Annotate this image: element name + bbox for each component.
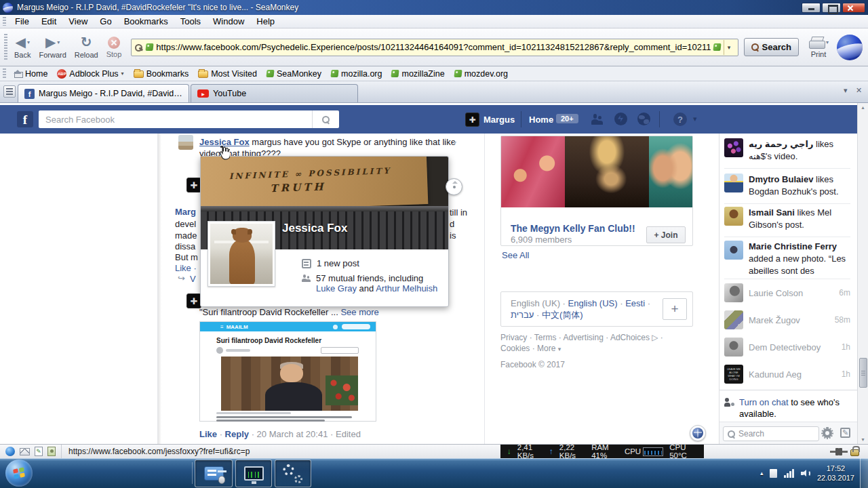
mutual-friend-link[interactable]: Arthur Melhuish <box>376 283 437 293</box>
scroll-up-arrow[interactable]: ▴ <box>858 104 868 110</box>
add-language-button[interactable]: + <box>663 298 687 320</box>
ticker-actor-name[interactable]: Ismail Sani <box>749 207 795 218</box>
join-group-button[interactable]: + Join <box>646 226 686 243</box>
like-link-fragment[interactable]: Like · <box>175 263 197 273</box>
forward-dropdown-icon[interactable]: ▾ <box>57 39 60 45</box>
chat-contact-row[interactable]: Marek Žugov 58m <box>724 310 850 329</box>
toolbar-grippy[interactable] <box>3 68 6 79</box>
globe-floating-button[interactable] <box>690 425 706 441</box>
search-button[interactable]: Search <box>744 38 799 56</box>
taskbar-settings[interactable] <box>275 460 311 487</box>
bookmark-most-visited[interactable]: Most Visited <box>193 68 262 79</box>
account-dropdown-icon[interactable]: ▾ <box>693 115 697 123</box>
facebook-logo[interactable]: f <box>17 111 33 127</box>
like-link[interactable]: Like <box>199 429 217 439</box>
view-replies-fragment[interactable]: V <box>190 274 196 284</box>
home-link[interactable]: Home <box>529 115 553 125</box>
minimize-button[interactable] <box>802 3 821 13</box>
print-dropdown-icon[interactable]: ▾ <box>826 39 829 45</box>
reload-button[interactable]: ↻ Reload <box>71 30 102 65</box>
reply-link[interactable]: Reply <box>225 429 249 439</box>
facebook-search-input[interactable] <box>39 115 312 125</box>
turn-on-chat-link[interactable]: Turn on chat <box>739 397 789 407</box>
see-more-link[interactable]: See more <box>340 307 378 317</box>
chat-contact-row[interactable]: LEAVE ME ALONE WHAT I'M DOING Kadunud Ae… <box>724 365 850 384</box>
chat-search-input[interactable] <box>738 429 814 439</box>
window-titlebar[interactable]: Margus Meigo - R.I.P David, #DavidRockef… <box>0 0 868 15</box>
tray-expand-icon[interactable]: ▴ <box>760 470 764 476</box>
profile-avatar[interactable]: ✚ <box>465 113 479 127</box>
group-photo[interactable] <box>649 136 692 207</box>
new-message-icon[interactable]: ✎ <box>840 428 850 438</box>
url-input[interactable] <box>156 42 710 52</box>
bookmark-bookmarks-folder[interactable]: Bookmarks <box>129 68 194 79</box>
footer-link-privacy[interactable]: Privacy <box>500 333 527 342</box>
menu-edit[interactable]: Edit <box>35 16 62 27</box>
footer-link-adchoices[interactable]: AdChoices <box>610 333 650 342</box>
language-option[interactable]: עברית <box>511 310 534 320</box>
taskbar-resource-monitor[interactable] <box>235 460 272 487</box>
seamonkey-throbber-logo[interactable] <box>837 35 863 60</box>
mutual-friend-link[interactable]: Luke Gray <box>316 283 357 293</box>
facebook-search-bar[interactable] <box>39 110 339 128</box>
network-icon[interactable] <box>784 469 794 478</box>
comment-options-chevron-icon[interactable]: ▾ <box>453 139 456 146</box>
ticker-actor-name[interactable]: راجي رحمة ريه <box>749 139 813 149</box>
menu-view[interactable]: View <box>62 16 94 27</box>
menu-bookmarks[interactable]: Bookmarks <box>118 16 174 27</box>
addressbook-component-icon[interactable] <box>47 447 56 456</box>
maximize-button[interactable] <box>822 3 841 13</box>
menu-tools[interactable]: Tools <box>174 16 207 27</box>
commenter-avatar[interactable]: ✚ <box>186 178 201 192</box>
chat-contact-row[interactable]: Laurie Colson 6m <box>724 283 850 302</box>
chat-contact-row[interactable]: Dem Detectiveboy 1h <box>724 338 850 357</box>
back-button[interactable]: ◀▾ Back <box>10 30 35 65</box>
mail-component-icon[interactable] <box>20 448 30 455</box>
footer-link-terms[interactable]: Terms <box>534 333 557 342</box>
bookmark-mozillazine[interactable]: mozillaZine <box>387 68 449 79</box>
comment-timestamp[interactable]: 20 March at 20:41 <box>257 429 328 439</box>
menu-file[interactable]: File <box>9 16 35 27</box>
back-dropdown-icon[interactable]: ▾ <box>27 39 30 45</box>
ticker-item[interactable]: راجي رحمة ريه likes هنه$'s video. <box>724 138 850 163</box>
stop-button[interactable]: Stop <box>102 30 126 65</box>
footer-link-cookies[interactable]: Cookies <box>500 344 530 353</box>
tab-scroll-button[interactable]: ▾ <box>844 86 848 95</box>
facebook-search-submit[interactable] <box>312 110 339 128</box>
see-all-link[interactable]: See All <box>502 250 529 260</box>
volume-icon[interactable] <box>801 469 812 478</box>
bookmark-seamonkey[interactable]: SeaMonkey <box>262 68 326 79</box>
add-bookmark-icon[interactable] <box>713 43 721 51</box>
url-history-dropdown[interactable]: ▾ <box>724 40 734 55</box>
ticker-actor-name[interactable]: Dmytro Bulaiev <box>749 174 813 184</box>
chat-options-gear-icon[interactable] <box>823 428 832 438</box>
language-option[interactable]: Eesti <box>625 298 645 308</box>
show-desktop-button[interactable] <box>860 458 868 488</box>
action-center-icon[interactable] <box>770 469 777 478</box>
menu-go[interactable]: Go <box>94 16 117 27</box>
hovercard-name-link[interactable]: Jessica Fox <box>282 222 347 235</box>
footer-link-advertising[interactable]: Advertising <box>564 333 604 342</box>
ticker-item[interactable]: Ismail Sani likes Mel Gibson's post. <box>724 207 850 231</box>
notifications-globe-icon[interactable] <box>637 113 650 125</box>
chat-search-field[interactable] <box>723 426 819 441</box>
security-lock-icon[interactable] <box>850 449 859 456</box>
group-photo[interactable] <box>501 136 565 207</box>
language-option[interactable]: English (US) <box>568 298 618 308</box>
offline-plug-icon[interactable] <box>830 448 848 455</box>
ticker-actor-name[interactable]: Marie Christine Ferry <box>749 241 837 251</box>
scroll-down-arrow[interactable]: ▾ <box>858 436 868 443</box>
close-tab-button[interactable]: ✕ <box>856 86 862 95</box>
close-button[interactable] <box>842 3 865 13</box>
footer-link-more[interactable]: More <box>537 344 555 353</box>
bookmark-adblock[interactable]: ABPAdblock Plus▾ <box>52 68 128 79</box>
profile-name-link[interactable]: Margus <box>484 115 515 125</box>
taskbar-clock[interactable]: 17:52 22.03.2017 <box>812 464 860 483</box>
hidden-comment-author-fragment[interactable]: Marg <box>175 207 196 217</box>
tab-youtube[interactable]: ▶ YouTube <box>191 84 358 102</box>
bookmark-tag-icon[interactable] <box>146 43 154 51</box>
composer-component-icon[interactable]: ✎ <box>35 447 43 456</box>
bookmark-mozilla-org[interactable]: mozilla.org <box>326 68 387 79</box>
group-photo[interactable] <box>565 136 649 207</box>
help-icon[interactable]: ? <box>673 113 687 126</box>
